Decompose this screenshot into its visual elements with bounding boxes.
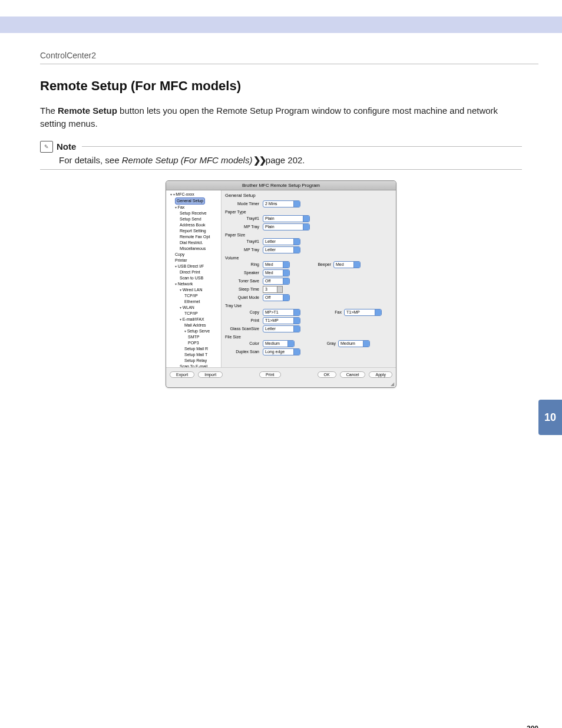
tree-item[interactable]: Setup Mail R: [168, 346, 221, 352]
ring-select[interactable]: Med: [263, 261, 290, 268]
paper-size-mp-select[interactable]: Letter: [263, 246, 300, 253]
note-body: For details, see Remote Setup (For MFC m…: [59, 155, 522, 166]
tree-item[interactable]: SMTP: [168, 334, 221, 340]
file-size-gray-select[interactable]: Medium: [338, 340, 370, 347]
note-rule-top: [82, 146, 522, 147]
ok-button[interactable]: OK: [318, 371, 336, 378]
settings-tree[interactable]: ▾ MFC-xxxxGeneral Setup▾ FaxSetup Receiv…: [166, 190, 222, 367]
top-accent-bar: [0, 17, 562, 33]
label-toner-save: Toner Save: [225, 279, 263, 283]
tree-item[interactable]: ▾ MFC-xxxx: [168, 192, 221, 197]
paper-size-tray1-select[interactable]: Letter: [263, 238, 300, 245]
note-rule-bottom: [40, 169, 522, 170]
label-quiet-mode: Quiet Mode: [225, 295, 263, 299]
tree-item[interactable]: Mail Addres: [168, 322, 221, 328]
export-button[interactable]: Export: [170, 371, 194, 378]
running-header: ControlCenter2: [40, 51, 562, 60]
tree-item[interactable]: ▾ Wired LAN: [168, 287, 221, 293]
print-button[interactable]: Print: [259, 371, 280, 378]
intro-paragraph: The Remote Setup button lets you open th…: [40, 104, 522, 130]
apply-button[interactable]: Apply: [369, 371, 392, 378]
label-volume: Volume: [225, 256, 392, 260]
tree-item[interactable]: Scan to USB: [168, 275, 221, 281]
tree-item[interactable]: POP3: [168, 340, 221, 346]
tree-item[interactable]: Printer: [168, 258, 221, 263]
tree-item[interactable]: Direct Print: [168, 269, 221, 275]
tree-item[interactable]: ▾ Network: [168, 281, 221, 287]
label-mode-timer: Mode Timer: [225, 202, 263, 206]
form-panel: General Setup Mode Timer 2 Mins Paper Ty…: [222, 190, 396, 367]
tree-item[interactable]: Setup Send: [168, 216, 221, 222]
quiet-mode-select[interactable]: Off: [263, 294, 290, 301]
label-paper-type: Paper Type: [225, 210, 392, 214]
speaker-select[interactable]: Med: [263, 269, 290, 276]
duplex-select[interactable]: Long edge: [263, 348, 300, 355]
tray-fax-select[interactable]: T1>MP: [344, 309, 382, 316]
tree-item[interactable]: Setup Mail T: [168, 352, 221, 358]
tray-print-select[interactable]: T1>MP: [263, 317, 300, 324]
tree-item[interactable]: Miscellaneous: [168, 246, 221, 252]
tray-copy-select[interactable]: MP>T1: [263, 309, 300, 316]
header-rule: [40, 64, 538, 64]
note-label: Note: [57, 141, 76, 151]
tree-item[interactable]: ▾ Setup Serve: [168, 328, 221, 334]
tree-item[interactable]: Address Book: [168, 222, 221, 228]
tree-item[interactable]: Setup Receive: [168, 210, 221, 216]
sleep-time-stepper[interactable]: 3: [263, 286, 283, 293]
form-heading: General Setup: [225, 193, 392, 198]
tree-item[interactable]: ▾ E-mail/IFAX: [168, 317, 221, 322]
label-paper-size: Paper Size: [225, 233, 392, 237]
paper-type-mp-select[interactable]: Plain: [263, 223, 310, 230]
tree-item[interactable]: TCP/IP: [168, 293, 221, 299]
tree-item[interactable]: Dial Restrict.: [168, 240, 221, 246]
tree-item[interactable]: ▾ Fax: [168, 205, 221, 210]
tree-item[interactable]: Ethernet: [168, 299, 221, 305]
button-row: Export Import Print OK Cancel Apply: [166, 367, 396, 381]
label-file-size: File Size: [225, 335, 392, 339]
resize-grip-icon: ◢: [166, 381, 396, 387]
glass-scan-select[interactable]: Letter: [263, 325, 300, 332]
cancel-button[interactable]: Cancel: [340, 371, 366, 378]
label-duplex: Duplex Scan: [225, 350, 263, 354]
tree-item[interactable]: Report Setting: [168, 228, 221, 234]
import-button[interactable]: Import: [198, 371, 223, 378]
tree-item[interactable]: ▾ WLAN: [168, 305, 221, 311]
tree-item[interactable]: Setup Relay: [168, 358, 221, 364]
page-number: 200: [527, 724, 538, 728]
tree-item[interactable]: Copy: [168, 252, 221, 258]
chapter-tab: 10: [538, 400, 562, 435]
label-sleep-time: Sleep Time: [225, 287, 263, 291]
mode-timer-select[interactable]: 2 Mins: [263, 200, 300, 207]
bold-term: Remote Setup: [58, 106, 117, 116]
tree-item[interactable]: Scan To E-mail: [168, 364, 221, 367]
toner-save-select[interactable]: Off: [263, 278, 290, 285]
tree-item[interactable]: Remote Fax Opt: [168, 234, 221, 240]
beeper-select[interactable]: Med: [333, 261, 361, 268]
section-heading: Remote Setup (For MFC models): [40, 78, 562, 94]
note-icon: ✎: [40, 141, 53, 153]
tree-item[interactable]: General Setup: [168, 197, 221, 205]
label-tray-use: Tray Use: [225, 304, 392, 308]
tree-item[interactable]: ▾ USB Direct I/F: [168, 263, 221, 269]
window-title: Brother MFC Remote Setup Program: [166, 181, 396, 190]
paper-type-tray1-select[interactable]: Plain: [263, 215, 310, 222]
remote-setup-window: Brother MFC Remote Setup Program ▾ MFC-x…: [166, 180, 396, 388]
file-size-color-select[interactable]: Medium: [263, 340, 295, 347]
tree-item[interactable]: TCP/IP: [168, 311, 221, 317]
label-glass-scan: Glass ScanSize: [225, 327, 263, 331]
